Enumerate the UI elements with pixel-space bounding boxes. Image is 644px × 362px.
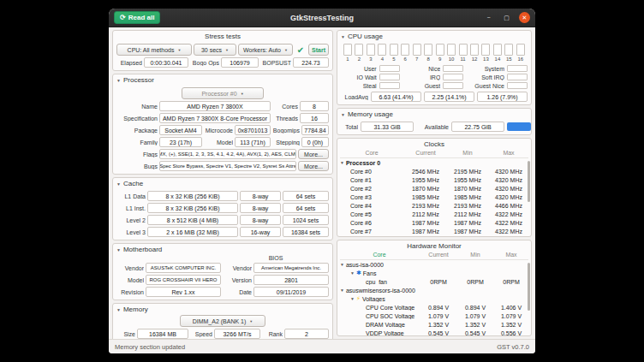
clock-core-name: Core #6 xyxy=(340,220,403,226)
core-usage-bars: 1 2 3 4 5 6 7 8 9 10 11 12 13 14 15 16 xyxy=(341,44,528,62)
processor-selector[interactable]: Processor #0 ▼ xyxy=(182,87,264,99)
cache-expander[interactable]: ▼ Cache xyxy=(116,180,329,189)
clock-row[interactable]: Core #2 1870 MHz 1870 MHz 4320 MHz xyxy=(340,184,528,193)
cache-ways-value[interactable]: 8-way xyxy=(240,215,281,225)
family-value[interactable]: 23 (17h) xyxy=(159,137,202,147)
workers-dropdown[interactable]: Workers: Auto ▼ xyxy=(238,44,293,56)
loadavg-5min[interactable]: 2.25 (14.1%) xyxy=(424,92,474,102)
mobo-revision-value[interactable]: Rev 1.xx xyxy=(146,287,221,297)
microcode-value[interactable]: 0x8701013 xyxy=(235,125,271,135)
cache-ways-value[interactable]: 8-way xyxy=(240,203,281,213)
cores-value[interactable]: 8 xyxy=(300,101,329,111)
close-button[interactable]: ✕ xyxy=(519,12,530,23)
bios-date-value[interactable]: 09/11/2019 xyxy=(253,287,329,297)
cache-size-value[interactable]: 8 x 32 KiB (256 KiB) xyxy=(147,203,238,213)
cache-ways-value[interactable]: 16-way xyxy=(240,227,281,237)
cache-sets-value[interactable]: 16384 sets xyxy=(283,227,329,237)
bios-vendor-value[interactable]: American Megatrends Inc. xyxy=(253,263,329,273)
core-usage-bar xyxy=(424,44,432,56)
read-all-label: Read all xyxy=(128,14,155,21)
clock-row[interactable]: Core #6 1987 MHz 1987 MHz 4322 MHz xyxy=(340,218,528,227)
cpu-name-value[interactable]: AMD Ryzen 7 3800X xyxy=(159,101,271,111)
titlebar[interactable]: ⟳ Read all GtkStressTesting − ▢ ✕ xyxy=(109,9,535,27)
bogomips-value[interactable]: 7784.84 xyxy=(301,125,329,135)
start-button[interactable]: Start xyxy=(308,44,329,56)
maximize-button[interactable]: ▢ xyxy=(501,12,512,23)
hwmon-voltages-row[interactable]: ▼⚡Voltages xyxy=(340,294,528,303)
hwmon-sensor-row[interactable]: CPU Core Voltage 0.894 V 0.894 V 1.406 V xyxy=(340,303,528,312)
cpu-usage-expander[interactable]: ▼ CPU usage xyxy=(341,33,528,42)
model-value[interactable]: 113 (71h) xyxy=(235,137,271,147)
hwmon-sensor-row[interactable]: VDDP Voltage 0.545 V 0.545 V 0.556 V xyxy=(340,329,528,336)
bugs-more-button[interactable]: More... xyxy=(298,161,329,171)
clock-row[interactable]: Core #1 1955 MHz 1955 MHz 4320 MHz xyxy=(340,175,528,184)
memory-expander[interactable]: ▼ Memory xyxy=(116,306,329,315)
hwmon-chip-row[interactable]: ▼asuswmisensors-isa-0000 xyxy=(340,286,528,294)
mobo-vendor-label: Vendor xyxy=(116,265,144,271)
hwmon-sensor-row[interactable]: CPU SOC Voltage 1.079 V 1.079 V 1.079 V xyxy=(340,312,528,320)
memory-usage-section: ▼ Memory usage Total 31.33 GiB Available… xyxy=(337,108,532,135)
flags-value[interactable]: MMX, (+), SSE(1, 2, 3, 3S, 4.1, 4.2, 4A)… xyxy=(159,149,296,159)
mobo-model-value[interactable]: ROG CROSSHAIR VII HERO xyxy=(146,275,221,285)
loadavg-15min[interactable]: 1.26 (7.9%) xyxy=(477,92,528,102)
cache-size-value[interactable]: 8 x 32 KiB (256 KiB) xyxy=(147,191,238,201)
clocks-col-min[interactable]: Min xyxy=(448,150,487,156)
clocks-group-row[interactable]: ▼Processor 0 xyxy=(340,158,528,167)
mem-rank-value[interactable]: 2 xyxy=(284,329,329,339)
clocks-scrollbar[interactable] xyxy=(528,161,530,234)
hwmon-col-current[interactable]: Current xyxy=(420,252,456,258)
clocks-table-header: Core Current Min Max xyxy=(340,150,528,158)
clocks-col-max[interactable]: Max xyxy=(489,150,528,156)
clocks-col-core[interactable]: Core xyxy=(340,150,403,156)
clock-row[interactable]: Core #7 1987 MHz 1987 MHz 4322 MHz xyxy=(340,227,528,235)
hwmon-fans-row[interactable]: ▼✱Fans xyxy=(340,269,528,277)
cache-ways-value[interactable]: 8-way xyxy=(240,191,281,201)
core-usage-bar xyxy=(401,44,409,56)
cache-sets-value[interactable]: 64 sets xyxy=(283,191,329,201)
hwmon-sensor-row[interactable]: DRAM Voltage 1.352 V 1.352 V 1.352 V xyxy=(340,320,528,329)
core-number: 13 xyxy=(483,56,489,62)
cache-size-value[interactable]: 8 x 512 KiB (4 MiB) xyxy=(147,215,238,225)
dimm-selector[interactable]: DIMM_A2 (BANK 1) ▼ xyxy=(180,315,265,327)
hwmon-chip-row[interactable]: ▼asus-isa-0000 xyxy=(340,260,528,269)
mem-available-value[interactable]: 22.75 GiB xyxy=(451,122,504,132)
specification-value[interactable]: AMD Ryzen 7 3800X 8-Core Processor xyxy=(159,113,271,123)
clock-row[interactable]: Core #4 2193 MHz 2193 MHz 4466 MHz xyxy=(340,201,528,210)
clock-row[interactable]: Core #3 1985 MHz 1985 MHz 4320 MHz xyxy=(340,193,528,201)
read-all-button[interactable]: ⟳ Read all xyxy=(114,11,160,24)
minimize-button[interactable]: − xyxy=(483,12,494,23)
processor-expander[interactable]: ▼ Processor xyxy=(116,76,329,86)
clock-row[interactable]: Core #5 2112 MHz 2112 MHz 4322 MHz xyxy=(340,210,528,218)
hwmon-col-min[interactable]: Min xyxy=(458,252,492,258)
clock-core-name: Core #1 xyxy=(340,177,403,183)
hwmon-sensor-row[interactable]: cpu_fan 0RPM 0RPM 0RPM xyxy=(340,277,528,286)
package-value[interactable]: Socket AM4 xyxy=(159,125,202,135)
mem-total-value[interactable]: 31.33 GiB xyxy=(361,122,414,132)
hwmon-scrollbar[interactable] xyxy=(528,263,530,333)
bugs-value[interactable]: Spec Store Bypass, Spectre V1, Spectre V… xyxy=(159,161,296,171)
threads-value[interactable]: 16 xyxy=(300,113,329,123)
ready-check-icon: ✔ xyxy=(295,45,307,55)
elapsed-value[interactable]: 0:00:30.041 xyxy=(144,57,188,68)
mem-size-value[interactable]: 16384 MB xyxy=(137,329,188,339)
cpu-method-dropdown[interactable]: CPU: All methods ▼ xyxy=(116,44,192,56)
memory-usage-expander[interactable]: ▼ Memory usage xyxy=(341,110,528,120)
motherboard-expander[interactable]: ▼ Motherboard xyxy=(116,246,329,255)
app-version: GST v0.7.0 xyxy=(497,343,529,351)
loadavg-1min[interactable]: 6.63 (41.4%) xyxy=(371,92,421,102)
duration-dropdown[interactable]: 30 secs ▼ xyxy=(194,44,236,56)
stepping-value[interactable]: 0 (0h) xyxy=(301,137,329,147)
hwmon-col-core[interactable]: Core xyxy=(340,252,419,258)
flags-more-button[interactable]: More... xyxy=(298,149,329,159)
clock-row[interactable]: Core #0 2546 MHz 2195 MHz 4320 MHz xyxy=(340,167,528,175)
cache-sets-value[interactable]: 64 sets xyxy=(283,203,329,213)
mobo-vendor-value[interactable]: ASUSTeK COMPUTER INC. xyxy=(146,263,221,273)
bopsust-value[interactable]: 224.73 xyxy=(293,57,329,68)
bios-version-value[interactable]: 2801 xyxy=(253,275,329,285)
hwmon-col-max[interactable]: Max xyxy=(494,252,528,258)
bogo-ops-value[interactable]: 106979 xyxy=(221,57,259,68)
cache-sets-value[interactable]: 1024 sets xyxy=(283,215,329,225)
cache-size-value[interactable]: 2 x 16 MiB (32 MiB) xyxy=(147,227,238,237)
clocks-col-current[interactable]: Current xyxy=(405,150,446,156)
mem-speed-value[interactable]: 3266 MT/s xyxy=(214,329,260,339)
